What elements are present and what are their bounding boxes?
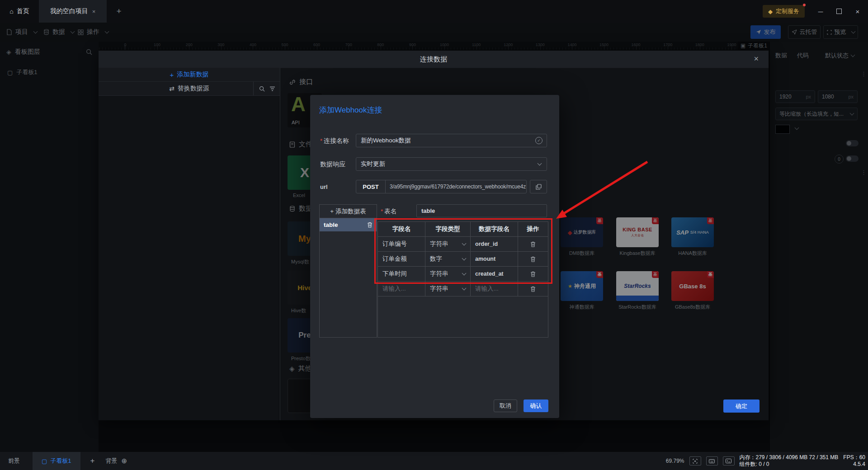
window-minimize-button[interactable]: ─ xyxy=(816,8,825,15)
dialog-title: 添加Webhook连接 xyxy=(319,105,382,115)
data-field-input[interactable]: created_at xyxy=(471,267,518,281)
required-mark: * xyxy=(320,137,322,144)
fields-table-header: 字段名 字段类型 数据字段名 操作 xyxy=(378,222,548,237)
keyboard-button[interactable] xyxy=(706,456,718,465)
trash-icon[interactable] xyxy=(367,222,373,228)
http-method-button[interactable]: POST xyxy=(356,180,386,193)
dialog-confirm-button[interactable]: 确认 xyxy=(524,400,548,412)
tab-project[interactable]: 我的空白项目 × xyxy=(39,0,107,23)
data-field-input[interactable]: amount xyxy=(471,252,518,266)
modal-close-icon[interactable]: × xyxy=(754,54,759,64)
connection-name-input[interactable]: 新的Webhook数据 ✓ xyxy=(356,134,547,147)
memory-value: 279 / 3806 / 4096 MB 72 / 351 MB xyxy=(756,454,839,461)
confirm-label: 确认 xyxy=(530,402,542,410)
tab-project-label: 我的空白项目 xyxy=(50,7,88,15)
url-group: POST 3/a95mnj9ggmav/617972de/connectors_… xyxy=(356,180,527,193)
field-type-select[interactable]: 字符串 xyxy=(425,267,471,281)
field-type-select[interactable]: 数字 xyxy=(425,252,471,266)
fields-table: 字段名 字段类型 数据字段名 操作 订单编号 字符串 order_id 订单金额… xyxy=(377,221,548,338)
tab-close-icon[interactable]: × xyxy=(92,8,96,15)
connection-name-value: 新的Webhook数据 xyxy=(361,136,411,145)
webhook-url-value[interactable]: 3/a95mnj9ggmav/617972de/connectors_webho… xyxy=(386,183,526,190)
fps-value: 60 xyxy=(859,454,865,461)
delete-row-button[interactable] xyxy=(518,282,548,296)
chevron-down-icon xyxy=(462,241,467,246)
url-label: url xyxy=(320,183,328,190)
plus-icon: + xyxy=(170,71,174,79)
field-name-input[interactable]: 订单金额 xyxy=(378,252,425,266)
data-response-value: 实时更新 xyxy=(361,160,385,168)
field-type-select[interactable]: 字符串 xyxy=(425,282,471,296)
chevron-down-icon xyxy=(462,256,467,261)
search-icon[interactable] xyxy=(259,86,265,92)
data-field-input[interactable]: 请输入... xyxy=(471,282,518,296)
modal-title: 连接数据 xyxy=(99,51,769,68)
cancel-label: 取消 xyxy=(500,402,511,410)
add-new-data-label: 添加新数据 xyxy=(177,70,208,79)
filter-icon[interactable] xyxy=(269,86,275,91)
data-field-input[interactable]: order_id xyxy=(471,237,518,251)
copy-icon xyxy=(536,184,542,190)
field-name-input[interactable]: 请输入... xyxy=(378,282,425,296)
new-tab-button[interactable]: + xyxy=(112,0,126,23)
dialog-cancel-button[interactable]: 取消 xyxy=(494,400,517,412)
swap-icon: ⇄ xyxy=(169,85,175,92)
console-button[interactable] xyxy=(723,456,735,465)
statusbar-board-tab[interactable]: ▢ 子看板1 xyxy=(33,452,80,470)
add-board-button[interactable]: + xyxy=(90,456,95,465)
field-name-input[interactable]: 订单编号 xyxy=(378,237,425,251)
circle-plus-icon[interactable]: ⊕ xyxy=(121,457,127,465)
fps-stats: FPS：60 4.5.4 xyxy=(843,454,865,468)
table-name-input[interactable]: table xyxy=(416,204,547,217)
fit-screen-icon xyxy=(693,459,698,464)
custom-service-label: 定制服务 xyxy=(776,7,799,15)
plus-icon: + xyxy=(330,208,334,215)
replace-data-source-label: 替换数据源 xyxy=(178,85,209,93)
delete-row-button[interactable] xyxy=(518,267,548,281)
add-new-data-button[interactable]: + 添加新数据 xyxy=(99,68,280,82)
col-field-type: 字段类型 xyxy=(425,222,471,236)
col-data-field: 数据字段名 xyxy=(471,222,518,236)
table-name-label: *表名 xyxy=(381,207,396,216)
field-row-placeholder: 请输入... 字符串 请输入... xyxy=(378,282,548,296)
custom-service-button[interactable]: ◆ 定制服务 xyxy=(763,5,805,18)
app-window: ⌂ 首页 我的空白项目 × + ◆ 定制服务 ─ × 项目 数据 xyxy=(0,0,868,470)
status-circle-icon: ✓ xyxy=(535,137,542,144)
table-item-label: table xyxy=(324,221,338,228)
field-type-select[interactable]: 字符串 xyxy=(425,237,471,251)
trash-icon xyxy=(530,271,536,277)
modal-confirm-button[interactable]: 确定 xyxy=(723,400,760,413)
components-label: 组件数: xyxy=(740,461,757,467)
field-row: 订单金额 数字 amount xyxy=(378,252,548,267)
replace-data-source-button[interactable]: ⇄ 替换数据源 xyxy=(99,82,280,96)
titlebar-right: ◆ 定制服务 ─ × xyxy=(763,0,862,23)
memory-stats: 内存：279 / 3806 / 4096 MB 72 / 351 MB 组件数:… xyxy=(740,454,839,468)
field-name-input[interactable]: 下单时间 xyxy=(378,267,425,281)
statusbar: 前景 ▢ 子看板1 + 背景 ⊕ 69.79% 内存：279 / 3806 / … xyxy=(0,452,868,470)
modal-confirm-label: 确定 xyxy=(736,402,747,410)
zoom-level[interactable]: 69.79% xyxy=(666,458,684,464)
window-close-button[interactable]: × xyxy=(854,8,862,15)
home-icon: ⌂ xyxy=(9,8,13,15)
delete-row-button[interactable] xyxy=(518,252,548,266)
add-data-table-label: 添加数据表 xyxy=(335,207,366,216)
trash-icon xyxy=(530,256,536,262)
col-actions: 操作 xyxy=(518,222,548,236)
table-list-item[interactable]: table xyxy=(320,218,377,231)
trash-icon xyxy=(530,241,536,247)
response-label: 数据响应 xyxy=(320,160,345,169)
name-label: *连接名称 xyxy=(320,137,349,145)
add-data-table-button[interactable]: +添加数据表 xyxy=(320,205,377,218)
keyboard-icon xyxy=(709,459,715,463)
window-maximize-button[interactable] xyxy=(836,9,842,14)
chevron-down-icon xyxy=(462,271,467,276)
titlebar: ⌂ 首页 我的空白项目 × + ◆ 定制服务 ─ × xyxy=(0,0,868,23)
table-name-value: table xyxy=(421,207,435,214)
board-icon: ▢ xyxy=(42,458,47,465)
data-response-select[interactable]: 实时更新 xyxy=(356,157,547,171)
components-value: 0 / 0 xyxy=(759,461,769,467)
copy-url-button[interactable] xyxy=(530,180,547,193)
tab-home[interactable]: ⌂ 首页 xyxy=(0,0,39,23)
fit-screen-button[interactable] xyxy=(689,456,701,465)
delete-row-button[interactable] xyxy=(518,237,548,251)
